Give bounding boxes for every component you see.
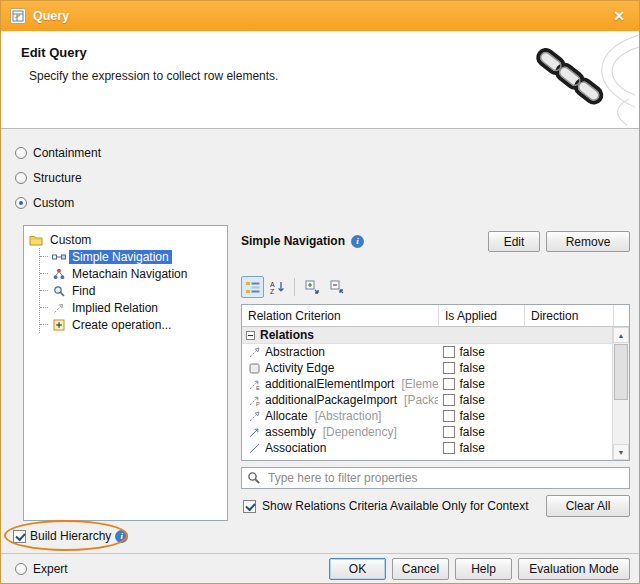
categorized-view-button[interactable] [241,276,264,298]
radio-expert[interactable]: Expert [15,561,68,577]
table-row[interactable]: Activity Edge false [242,360,612,376]
abstraction-relation-icon [247,346,261,359]
ok-button[interactable]: OK [329,558,386,580]
info-icon[interactable]: i [351,235,364,248]
is-applied-checkbox[interactable] [443,410,455,422]
collapse-all-icon [330,280,344,294]
header-scrollbar-spacer [613,305,629,326]
is-applied-checkbox[interactable] [443,346,455,358]
implied-relation-icon [51,301,66,314]
filter-box [241,467,630,489]
remove-button[interactable]: Remove [546,231,630,252]
categorized-view-icon [246,281,260,294]
sort-alphabetically-icon: AZ [270,280,285,294]
page-subtitle: Specify the expression to collect row el… [29,69,278,83]
query-tree: Custom Simple Navigation Metachain Navig… [23,225,228,521]
build-hierarchy-checkbox[interactable] [13,530,26,543]
folder-icon [28,233,43,246]
tree-root-label: Custom [47,233,94,247]
find-icon [51,284,66,297]
activity-edge-icon [247,362,261,375]
table-header: Relation Criterion Is Applied Direction [242,305,629,327]
tree-root-custom[interactable]: Custom [28,231,223,248]
build-hierarchy-info-icon[interactable]: i [115,530,128,543]
cancel-button[interactable]: Cancel [392,558,449,580]
direction-cell[interactable] [524,440,612,456]
radio-custom[interactable]: Custom [15,195,74,211]
title-bar[interactable]: Query ✕ [1,1,639,31]
table-row[interactable]: Association false [242,440,612,456]
create-operation-icon [51,318,66,331]
radio-structure[interactable]: Structure [15,170,82,186]
tree-item-metachain-navigation[interactable]: Metachain Navigation [40,265,223,282]
collapse-group-icon[interactable] [246,331,255,340]
clear-all-button[interactable]: Clear All [546,495,630,517]
direction-cell[interactable] [524,376,612,392]
svg-text:E: E [256,385,260,391]
sort-alphabetically-button[interactable]: AZ [266,276,289,298]
edit-button[interactable]: Edit [488,231,540,252]
expand-all-button[interactable] [300,276,323,298]
radio-containment-icon [15,147,27,159]
help-button[interactable]: Help [455,558,512,580]
build-hierarchy-row[interactable]: Build Hierarchy i [13,528,128,544]
table-row[interactable]: Abstraction false [242,344,612,360]
table-row[interactable]: PadditionalPackageImport[PackageImport] … [242,392,612,408]
panel-title: Simple Navigation [241,234,345,248]
direction-cell[interactable] [524,392,612,408]
direction-cell[interactable] [524,344,612,360]
column-header-is-applied[interactable]: Is Applied [439,305,525,326]
element-import-relation-icon: E [247,378,261,391]
collapse-all-button[interactable] [325,276,348,298]
vertical-scrollbar[interactable]: ▲ ▼ [612,327,629,460]
direction-cell[interactable] [524,360,612,376]
radio-containment[interactable]: Containment [15,145,101,161]
column-header-relation-criterion[interactable]: Relation Criterion [242,305,439,326]
table-body: Relations Abstraction false Activity Edg… [242,327,612,460]
query-dialog: Query ✕ Edit Query Specify the expressio… [0,0,640,584]
search-icon [247,471,261,488]
radio-expert-icon [15,563,27,575]
table-row[interactable]: Allocate[Abstraction] false [242,408,612,424]
metachain-navigation-icon [51,267,66,280]
show-context-checkbox-row[interactable]: Show Relations Criteria Available Only f… [243,498,529,514]
chain-decoration-icon [469,31,639,129]
assembly-relation-icon [247,426,261,439]
direction-cell[interactable] [524,424,612,440]
page-title: Edit Query [21,45,87,60]
dialog-header: Edit Query Specify the expression to col… [1,31,639,129]
expand-all-icon [305,280,319,294]
simple-navigation-icon [51,250,66,263]
evaluation-mode-button[interactable]: Evaluation Mode [518,558,630,580]
close-icon[interactable]: ✕ [608,8,630,24]
relation-criteria-table: Relation Criterion Is Applied Direction … [241,304,630,461]
is-applied-checkbox[interactable] [443,394,455,406]
tree-item-simple-navigation[interactable]: Simple Navigation [40,248,223,265]
is-applied-checkbox[interactable] [443,378,455,390]
tree-item-find[interactable]: Find [40,282,223,299]
scroll-up-icon[interactable]: ▲ [613,327,629,343]
group-row-relations[interactable]: Relations [242,327,612,344]
is-applied-checkbox[interactable] [443,362,455,374]
tree-item-implied-relation[interactable]: Implied Relation [40,299,223,316]
package-import-relation-icon: P [247,394,261,407]
radio-custom-icon [15,197,27,209]
scrollbar-thumb[interactable] [614,344,628,400]
window-title: Query [33,9,601,23]
table-row[interactable]: EadditionalElementImport[ElementImport] … [242,376,612,392]
is-applied-checkbox[interactable] [443,426,455,438]
column-header-direction[interactable]: Direction [525,305,613,326]
svg-text:P: P [256,401,260,407]
allocate-relation-icon [247,410,261,423]
direction-cell[interactable] [524,408,612,424]
radio-structure-icon [15,172,27,184]
is-applied-checkbox[interactable] [443,442,455,454]
filter-input[interactable] [241,467,630,489]
table-row[interactable]: assembly[Dependency] false [242,424,612,440]
tree-item-create-operation[interactable]: Create operation... [40,316,223,333]
criteria-toolbar: AZ [241,275,348,299]
show-context-checkbox[interactable] [243,500,256,513]
scroll-down-icon[interactable]: ▼ [613,444,629,460]
svg-text:A: A [270,281,275,288]
toolbar-separator [294,278,295,296]
